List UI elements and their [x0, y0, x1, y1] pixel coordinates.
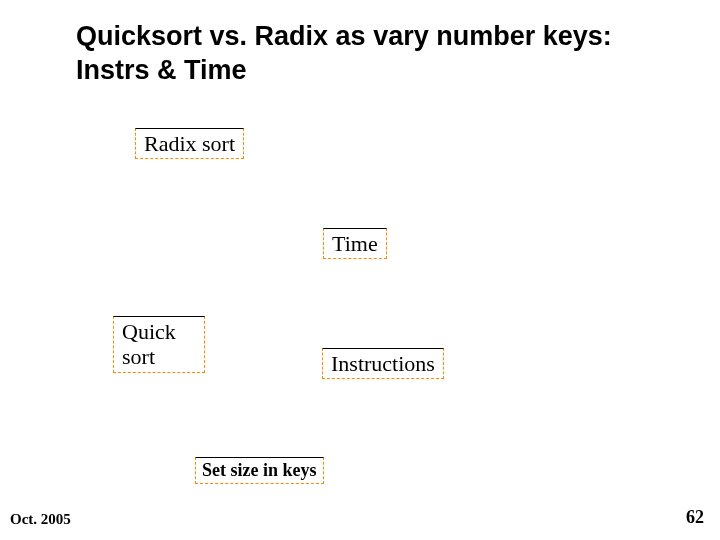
label-radix-sort: Radix sort: [135, 128, 244, 159]
label-instructions: Instructions: [322, 348, 444, 379]
slide-title: Quicksort vs. Radix as vary number keys:…: [76, 20, 612, 88]
footer-date: Oct. 2005: [10, 511, 71, 528]
label-set-size: Set size in keys: [195, 457, 324, 484]
page-number: 62: [686, 507, 704, 528]
label-time: Time: [323, 228, 387, 259]
label-quick-sort: Quick sort: [113, 316, 205, 373]
